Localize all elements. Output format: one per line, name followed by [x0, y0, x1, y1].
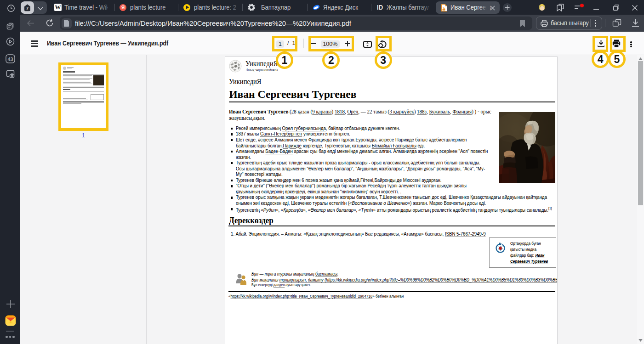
svg-text:7: 7 [26, 6, 28, 11]
svg-text:G: G [443, 6, 445, 9]
svg-text:43: 43 [8, 56, 13, 62]
svg-text:W: W [234, 66, 236, 68]
